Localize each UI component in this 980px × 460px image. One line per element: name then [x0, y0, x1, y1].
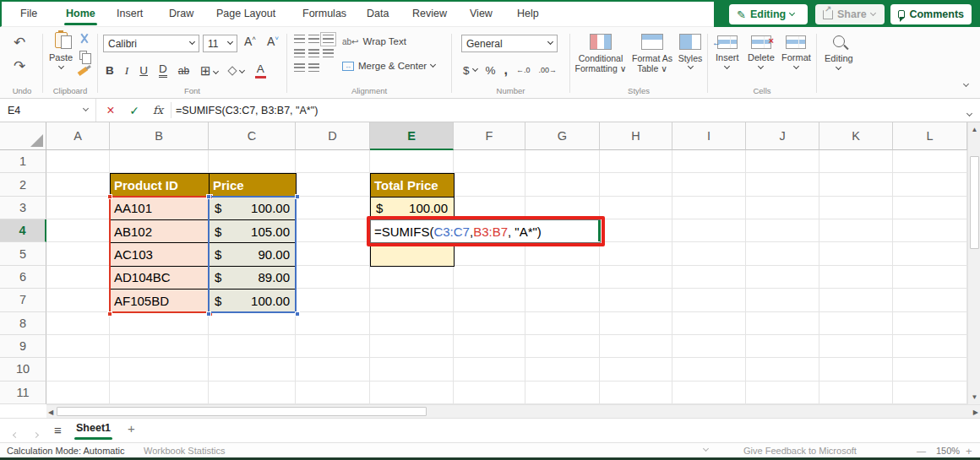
status-chevron-icon[interactable] [704, 441, 708, 457]
decrease-indent-button[interactable] [294, 63, 305, 73]
cell-F10[interactable] [454, 358, 525, 381]
ribbon-tab-draw[interactable]: Draw [166, 2, 197, 26]
row-header-6[interactable]: 6 [0, 266, 46, 289]
column-header-g[interactable]: G [525, 122, 600, 150]
vertical-scroll-thumb[interactable] [970, 156, 979, 249]
cell-D10[interactable] [296, 358, 370, 381]
previous-sheet-button[interactable] [14, 427, 18, 442]
cell-A11[interactable] [46, 382, 110, 404]
cell-F1[interactable] [454, 150, 525, 173]
cell-J11[interactable] [746, 382, 819, 404]
number-format-select[interactable]: General [461, 35, 558, 52]
sheet-list-menu-button[interactable]: ≡ [54, 423, 62, 437]
cell-K6[interactable] [819, 266, 893, 289]
cell-G11[interactable] [525, 382, 600, 404]
zoom-in-button[interactable]: + [966, 443, 972, 459]
font-size-select[interactable]: 11 [203, 35, 237, 52]
feedback-link[interactable]: Give Feedback to Microsoft [743, 443, 857, 459]
cell-A7[interactable] [46, 289, 110, 311]
shrink-font-button[interactable]: A˅ [267, 35, 279, 48]
currency-format-button[interactable]: $ [463, 64, 470, 77]
column-header-b[interactable]: B [110, 122, 209, 150]
ribbon-tab-file[interactable]: File [17, 2, 41, 26]
ribbon-tab-page-layout[interactable]: Page Layout [213, 2, 279, 26]
cell-A10[interactable] [46, 358, 110, 381]
scroll-up-arrow[interactable]: ▲ [968, 126, 980, 133]
cell-F7[interactable] [454, 289, 525, 311]
cell-H8[interactable] [600, 312, 672, 335]
cell-C6[interactable]: $89.00 [209, 266, 297, 290]
cell-J6[interactable] [746, 266, 819, 289]
cell-B11[interactable] [110, 382, 209, 404]
ribbon-tab-review[interactable]: Review [409, 2, 450, 26]
cell-K7[interactable] [819, 289, 893, 311]
cell-D8[interactable] [296, 312, 370, 335]
cell-H9[interactable] [600, 335, 672, 358]
align-bottom-button[interactable] [323, 35, 334, 44]
cell-F8[interactable] [454, 312, 525, 335]
cell-L8[interactable] [893, 312, 967, 335]
cell-C9[interactable] [209, 335, 296, 358]
copy-button[interactable] [79, 51, 87, 60]
cell-G8[interactable] [525, 312, 600, 335]
cell-H5[interactable] [600, 242, 672, 265]
scroll-right-arrow[interactable]: ▶ [973, 405, 978, 419]
cell-I2[interactable] [672, 173, 746, 196]
cell-L4[interactable] [893, 219, 967, 242]
cell-C3[interactable]: $100.00 [209, 197, 297, 220]
scroll-down-arrow[interactable]: ▼ [968, 393, 980, 401]
next-sheet-button[interactable] [34, 427, 38, 442]
cell-B6[interactable]: AD104BC [110, 266, 210, 290]
ribbon-tab-data[interactable]: Data [363, 2, 392, 26]
name-box[interactable]: E4 [0, 99, 96, 122]
italic-button[interactable]: I [125, 64, 129, 78]
cell-K8[interactable] [819, 312, 893, 335]
cell-J3[interactable] [746, 197, 819, 219]
cell-I10[interactable] [672, 358, 746, 381]
row-header-11[interactable]: 11 [0, 382, 46, 404]
cell-J7[interactable] [746, 289, 819, 311]
expand-formula-bar-button[interactable] [967, 108, 972, 120]
cell-H4[interactable] [600, 219, 672, 242]
cell-B9[interactable] [110, 335, 209, 358]
ribbon-tab-insert[interactable]: Insert [113, 2, 146, 26]
increase-decimal-button[interactable]: ←.0 [516, 66, 531, 74]
cell-A2[interactable] [46, 173, 110, 196]
format-as-table-button[interactable]: Format As Table ∨ [630, 34, 674, 73]
conditional-formatting-button[interactable]: Conditional Formatting ∨ [573, 34, 629, 73]
column-header-e[interactable]: E [370, 122, 454, 150]
cell-D11[interactable] [296, 382, 370, 404]
cell-H6[interactable] [600, 266, 672, 289]
vertical-scrollbar[interactable]: ▲ ▼ [967, 122, 980, 404]
align-center-button[interactable] [308, 49, 319, 58]
row-header-7[interactable]: 7 [0, 289, 46, 311]
cell-F6[interactable] [454, 266, 525, 289]
cell-I8[interactable] [672, 312, 746, 335]
redo-button[interactable]: ↷ [14, 57, 25, 75]
zoom-level-button[interactable]: 150% [936, 443, 960, 459]
cell-H1[interactable] [600, 150, 672, 173]
cell-K11[interactable] [819, 382, 893, 404]
row-header-9[interactable]: 9 [0, 335, 46, 358]
column-header-c[interactable]: C [209, 122, 296, 150]
column-header-k[interactable]: K [819, 122, 893, 150]
cell-L6[interactable] [893, 266, 967, 289]
cell-A4[interactable] [46, 219, 110, 242]
cell-C4[interactable]: $105.00 [209, 219, 297, 243]
calculation-mode-button[interactable]: Calculation Mode: Automatic [7, 443, 124, 459]
cell-K4[interactable] [819, 219, 893, 242]
cell-I9[interactable] [672, 335, 746, 358]
cell-A3[interactable] [46, 197, 110, 219]
row-header-5[interactable]: 5 [0, 242, 46, 265]
cell-C11[interactable] [209, 382, 296, 404]
delete-cells-button[interactable]: × Delete [748, 35, 775, 70]
cell-D5[interactable] [296, 242, 370, 265]
row-header-10[interactable]: 10 [0, 358, 46, 381]
grow-font-button[interactable]: A˄ [244, 35, 256, 48]
cell-J5[interactable] [746, 242, 819, 265]
cell-D6[interactable] [296, 266, 370, 289]
cell-K3[interactable] [819, 197, 893, 219]
cell-I3[interactable] [672, 197, 746, 219]
bold-button[interactable]: B [106, 64, 114, 77]
paste-button[interactable]: Paste [49, 32, 73, 70]
